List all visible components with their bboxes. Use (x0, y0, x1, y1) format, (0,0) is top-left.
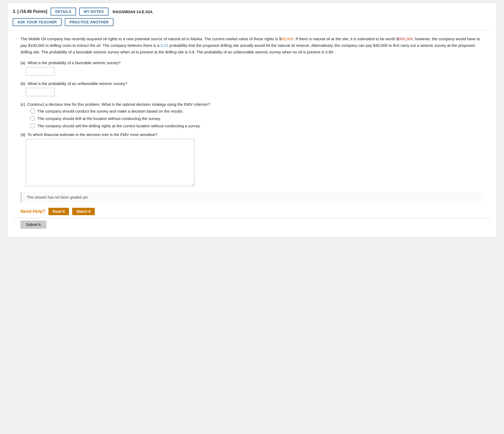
part-a-letter: (a) (21, 60, 25, 65)
part-c-question: Construct a decision tree for this probl… (27, 102, 210, 107)
ragsmda-label: RAGSMDA9 14.E.024. (113, 9, 153, 14)
question-card: 3. [-/16.66 Points] DETAILS MY NOTES RAG… (7, 3, 497, 238)
submit-row: Submit A (13, 218, 491, 231)
part-d-question: To which financial estimate in the decis… (27, 132, 157, 137)
problem-text-2: . If there is natural oil at the site, i… (293, 37, 398, 41)
part-b-question: What is the probability of an unfavorabl… (28, 81, 127, 86)
radio-option-1[interactable]: The company should conduct the survey an… (30, 109, 483, 113)
need-help-label: Need Help? (21, 209, 45, 214)
part-b-input[interactable] (26, 88, 55, 96)
need-help-section: Need Help? Read It Watch It (13, 203, 491, 218)
part-b-section: (b) What is the probability of an unfavo… (13, 79, 491, 99)
radio-option-2-input[interactable] (30, 116, 35, 121)
part-a-section: (a) What is the probability of a favorab… (13, 58, 491, 79)
radio-option-3-label: The company should sell the drilling rig… (37, 124, 201, 128)
points-label: [-/16.66 Points] (17, 9, 47, 14)
part-b-letter: (b) (21, 81, 25, 86)
header-divider (13, 30, 491, 31)
part-c-letter: (c) (21, 102, 25, 107)
part-a-label: (a) What is the probability of a favorab… (21, 60, 483, 65)
details-button[interactable]: DETAILS (51, 8, 76, 16)
value-900000: 900,000 (399, 37, 413, 41)
radio-option-1-input[interactable] (30, 109, 35, 113)
value-80000: 80,000 (281, 37, 293, 41)
question-num-text: 3. (13, 9, 16, 14)
part-d-section: (d) To which financial estimate in the d… (13, 130, 491, 188)
part-d-textarea[interactable] (26, 139, 194, 186)
part-c-label: (c) Construct a decision tree for this p… (21, 102, 483, 107)
radio-option-1-label: The company should conduct the survey an… (37, 109, 184, 113)
part-a-input[interactable] (26, 67, 55, 75)
watch-it-button[interactable]: Watch It (72, 208, 95, 215)
my-notes-button[interactable]: MY NOTES (79, 8, 108, 16)
radio-option-2[interactable]: The company should drill at the location… (30, 116, 483, 121)
part-c-radio-group: The company should conduct the survey an… (30, 109, 483, 128)
ask-teacher-button[interactable]: ASK YOUR TEACHER (13, 18, 62, 26)
graded-note: This answer has not been graded yet. (21, 192, 483, 203)
part-c-section: (c) Construct a decision tree for this p… (13, 99, 491, 130)
radio-option-2-label: The company should drill at the location… (37, 116, 161, 121)
probability-022: 0.22 (161, 43, 168, 48)
question-number: 3. [-/16.66 Points] (13, 9, 47, 14)
radio-option-3-input[interactable] (30, 123, 35, 128)
problem-text-1: The Mobile Oil company has recently acqu… (21, 37, 281, 41)
part-d-label: (d) To which financial estimate in the d… (21, 132, 483, 137)
page-wrapper: 3. [-/16.66 Points] DETAILS MY NOTES RAG… (0, 0, 504, 434)
problem-text: The Mobile Oil company has recently acqu… (13, 33, 491, 58)
part-b-label: (b) What is the probability of an unfavo… (21, 81, 483, 86)
graded-note-text: This answer has not been graded yet. (27, 195, 88, 199)
question-header: 3. [-/16.66 Points] DETAILS MY NOTES RAG… (13, 8, 491, 16)
practice-another-button[interactable]: PRACTICE ANOTHER (65, 18, 113, 26)
read-it-button[interactable]: Read It (48, 208, 69, 215)
part-a-question: What is the probability of a favorable s… (28, 60, 121, 65)
second-row-buttons: ASK YOUR TEACHER PRACTICE ANOTHER (13, 18, 491, 26)
submit-button[interactable]: Submit A (21, 221, 46, 229)
radio-option-3[interactable]: The company should sell the drilling rig… (30, 123, 483, 128)
part-d-letter: (d) (21, 132, 25, 137)
